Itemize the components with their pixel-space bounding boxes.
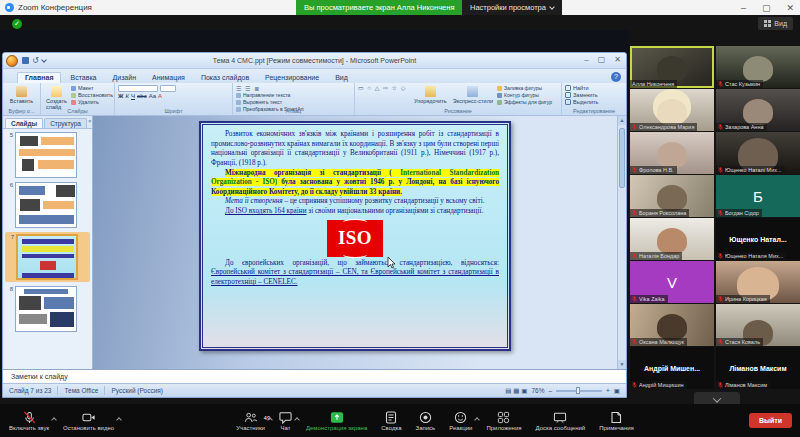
quick-styles-button[interactable]: Экспресс-стили bbox=[451, 85, 495, 105]
bold-button[interactable]: Ж bbox=[118, 93, 123, 99]
participant-tile[interactable]: Олександрова Мария bbox=[630, 89, 714, 131]
tab-animation[interactable]: Анимация bbox=[145, 73, 192, 83]
share-screen-icon bbox=[330, 411, 344, 424]
paste-button[interactable]: Вставить bbox=[6, 85, 37, 105]
participant-tile[interactable]: Ліманов Максим Ліманов Максим bbox=[716, 347, 800, 389]
participant-tile[interactable]: Бораня Роксолана bbox=[630, 175, 714, 217]
apps-button[interactable]: Приложения bbox=[479, 411, 528, 431]
participant-tile[interactable]: Ющенко Натал... Ющенко Наталя Мих... bbox=[716, 218, 800, 260]
view-mode-buttons[interactable]: ▤ ▦ ▣ bbox=[505, 387, 527, 395]
participant-tile[interactable]: Наталія Бондар bbox=[630, 218, 714, 260]
change-case-button[interactable]: Аа bbox=[149, 93, 156, 99]
tab-insert[interactable]: Вставка bbox=[63, 73, 103, 83]
ppt-restore-button[interactable]: ▢ bbox=[598, 55, 606, 64]
zoom-slider[interactable] bbox=[556, 390, 602, 392]
tab-slides-thumbnails[interactable]: Слайды bbox=[5, 118, 43, 128]
vertical-scrollbar[interactable]: ▲ ▼ bbox=[617, 116, 626, 369]
participant-tile[interactable]: Стас Кузьмин bbox=[716, 46, 800, 88]
language-indicator[interactable]: Русский (Россия) bbox=[111, 387, 163, 394]
align-text-button[interactable]: Выровнять текст bbox=[236, 99, 351, 105]
chevron-up-icon[interactable] bbox=[116, 417, 122, 423]
tab-view[interactable]: Вид bbox=[328, 73, 355, 83]
slide-thumbnail-6[interactable]: 6 bbox=[5, 182, 90, 228]
record-button[interactable]: Запись bbox=[409, 411, 443, 431]
delete-icon bbox=[71, 100, 76, 105]
replace-icon bbox=[565, 92, 571, 98]
shape-fill-button[interactable]: Заливка фигуры bbox=[497, 85, 552, 91]
fit-to-window-button[interactable]: ▣ bbox=[614, 387, 620, 395]
participant-tile[interactable]: Захарова Анна bbox=[716, 89, 800, 131]
reactions-button[interactable]: Реакции bbox=[442, 411, 479, 431]
leave-meeting-button[interactable]: Выйти bbox=[749, 413, 792, 428]
replace-button[interactable]: Заменить bbox=[565, 92, 623, 98]
slide-thumbnail-5[interactable]: 5 bbox=[5, 132, 90, 178]
participant-tile[interactable]: Б Богдан Сідор bbox=[716, 175, 800, 217]
iso-logo: ISO bbox=[327, 220, 383, 257]
share-screen-button[interactable]: Демонстрация экрана bbox=[299, 411, 374, 431]
scrollbar-thumb[interactable] bbox=[619, 128, 625, 188]
stop-video-button[interactable]: Остановить видео bbox=[56, 411, 121, 431]
notes-pane[interactable]: Заметки к слайду bbox=[3, 369, 626, 383]
participant-tile[interactable]: Фролова Н.В. bbox=[630, 132, 714, 174]
participant-name: Ліманов Максим bbox=[725, 382, 767, 388]
minimize-button[interactable]: – bbox=[741, 3, 746, 13]
help-icon[interactable]: ? bbox=[611, 72, 621, 82]
arrange-button[interactable]: Упорядочить bbox=[412, 85, 449, 105]
layout-button[interactable]: Макет bbox=[71, 85, 113, 91]
shape-effects-button[interactable]: Эффекты для фигур bbox=[497, 99, 552, 105]
zoom-percent[interactable]: 76% bbox=[531, 387, 544, 394]
mic-muted-icon bbox=[23, 411, 36, 424]
ppt-minimize-button[interactable]: – bbox=[584, 55, 588, 64]
maximize-button[interactable]: ▢ bbox=[762, 3, 771, 13]
unmute-button[interactable]: Включить звук bbox=[2, 411, 56, 431]
participant-tile[interactable]: Стася Коваль bbox=[716, 304, 800, 346]
font-color-button[interactable]: А bbox=[158, 93, 162, 99]
list-buttons[interactable]: ☰ ☰ ≣ bbox=[236, 85, 260, 92]
slide-editing-area[interactable]: Розвиток економічних зв'язків між країна… bbox=[199, 121, 511, 351]
zoom-in-button[interactable]: + bbox=[606, 387, 610, 394]
ppt-close-button[interactable]: ✕ bbox=[614, 55, 621, 64]
tab-home[interactable]: Главная bbox=[17, 72, 61, 83]
participant-tile[interactable]: V Vika Zaika bbox=[630, 261, 714, 303]
participant-tile[interactable]: Ирина Корицкая bbox=[716, 261, 800, 303]
whiteboard-button[interactable]: Доска сообщений bbox=[529, 411, 593, 431]
find-button[interactable]: Найти bbox=[565, 85, 623, 91]
panel-close-icon[interactable]: × bbox=[88, 118, 92, 128]
participant-tile[interactable]: Алла Никонченя bbox=[630, 46, 714, 88]
slide-thumbnail-7-selected[interactable]: 7 bbox=[5, 232, 90, 282]
underline-button[interactable]: Ч bbox=[131, 93, 135, 99]
reset-button[interactable]: Восстановить bbox=[71, 92, 113, 98]
text-direction-button[interactable]: Направление текста bbox=[236, 92, 351, 98]
strikethrough-button[interactable]: abc bbox=[137, 93, 147, 99]
scroll-down-icon[interactable]: ▼ bbox=[618, 360, 626, 369]
close-button[interactable]: ✕ bbox=[786, 3, 794, 13]
tab-slideshow[interactable]: Показ слайдов bbox=[194, 73, 256, 83]
select-button[interactable]: Выделить bbox=[565, 99, 623, 105]
participants-button[interactable]: Участники 49 bbox=[229, 411, 272, 431]
encryption-shield-icon: ✓ bbox=[12, 19, 22, 29]
gallery-view-button[interactable]: Вид bbox=[758, 17, 793, 30]
tab-design[interactable]: Дизайн bbox=[106, 73, 144, 83]
scroll-up-icon[interactable]: ▲ bbox=[618, 116, 626, 125]
font-size-input[interactable] bbox=[160, 85, 176, 92]
tab-review[interactable]: Рецензирование bbox=[258, 73, 326, 83]
italic-button[interactable]: К bbox=[125, 93, 129, 99]
summary-button[interactable]: Сводка bbox=[374, 411, 408, 431]
notes-button[interactable]: Примечания bbox=[592, 411, 641, 431]
participant-tile[interactable]: Андрій Мишен... Андрій Мищишин bbox=[630, 347, 714, 389]
tab-outline[interactable]: Структура bbox=[44, 118, 87, 128]
zoom-out-button[interactable]: – bbox=[548, 387, 552, 394]
zoom-slider-knob[interactable] bbox=[576, 387, 580, 394]
powerpoint-statusbar: Слайд 7 из 23 Тема Office Русский (Росси… bbox=[3, 383, 626, 397]
view-options-button[interactable]: Настройки просмотра bbox=[462, 0, 562, 15]
muted-mic-icon bbox=[632, 253, 637, 259]
shape-outline-button[interactable]: Контур фигуры bbox=[497, 92, 552, 98]
font-name-input[interactable] bbox=[118, 85, 158, 92]
participant-tile[interactable]: Оксана Малющук bbox=[630, 304, 714, 346]
slide-thumbnail-8[interactable]: 8 bbox=[5, 286, 90, 332]
delete-slide-button[interactable]: Удалить bbox=[71, 99, 113, 105]
video-camera-icon bbox=[82, 411, 96, 424]
participant-tile[interactable]: Ющенко Наталі Мих... bbox=[716, 132, 800, 174]
chat-button[interactable]: Чат bbox=[272, 411, 299, 431]
shapes-gallery[interactable]: ▭ ○ △ ⇨ ☆ ◇ bbox=[358, 85, 410, 92]
